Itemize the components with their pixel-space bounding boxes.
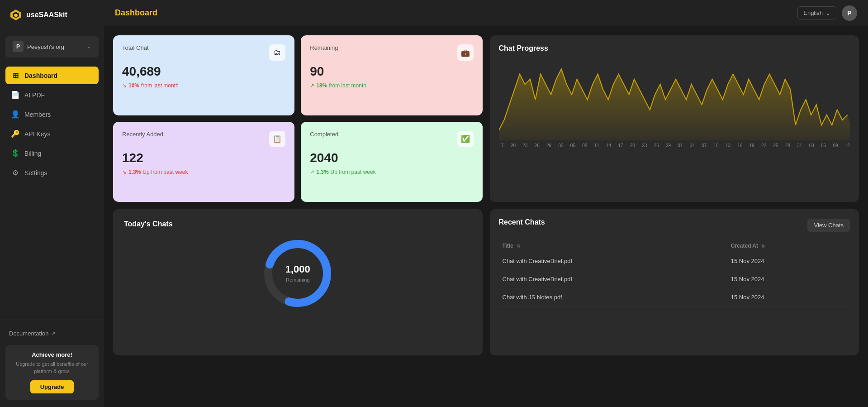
billing-icon: 💲 [11, 149, 20, 158]
stat-change: ↘ 10% from last month [122, 82, 285, 89]
sidebar-item-apikeys[interactable]: 🔑 API Keys [5, 125, 99, 143]
stat-value: 40,689 [122, 64, 285, 79]
content-area: Total Chat 🗂 40,689 ↘ 10% from last mont… [104, 26, 868, 407]
topbar: Dashboard English ⌄ P [104, 0, 868, 26]
chart-x-label: 10 [714, 143, 719, 148]
org-selector[interactable]: P Peeyush's org ⌄ [5, 36, 99, 57]
aipdf-icon: 📄 [11, 91, 20, 99]
chart-x-label: 23 [522, 143, 527, 148]
sort-icon[interactable]: ⇅ [761, 244, 765, 249]
upgrade-button[interactable]: Upgrade [30, 380, 74, 393]
chart-x-label: 13 [726, 143, 730, 148]
sidebar-item-aipdf[interactable]: 📄 AI PDF [5, 86, 99, 104]
stat-change-pct: 18% [316, 82, 327, 89]
sidebar-item-label: Settings [24, 169, 47, 177]
chart-x-labels: 1720232629020508111417202326290104071013… [499, 143, 850, 148]
stat-card-recently-added: Recently Added 📋 122 ↘ 1.3% Up from past… [113, 122, 294, 202]
table-row[interactable]: Chat with JS Notes.pdf 15 Nov 2024 [499, 288, 850, 306]
stat-card-total-chat: Total Chat 🗂 40,689 ↘ 10% from last mont… [113, 35, 294, 115]
stats-area: Total Chat 🗂 40,689 ↘ 10% from last mont… [113, 35, 483, 202]
nav-menu: ⊞ Dashboard 📄 AI PDF 👤 Members 🔑 API Key… [0, 63, 104, 320]
chart-x-label: 07 [702, 143, 707, 148]
stat-label: Recently Added [122, 131, 163, 138]
chart-x-label: 01 [678, 143, 683, 148]
chart-x-label: 29 [546, 143, 551, 148]
stat-value: 122 [122, 151, 285, 165]
stat-card-header: Completed ✅ [310, 131, 473, 147]
arrow-down-icon: ↘ [122, 82, 127, 89]
chat-created-at: 15 Nov 2024 [727, 252, 850, 270]
donut-value: 1,000 [285, 263, 310, 275]
stat-change: ↗ 18% from last month [310, 82, 473, 89]
chart-x-label: 20 [630, 143, 635, 148]
stat-card-completed: Completed ✅ 2040 ↗ 1.3% Up from past wee… [301, 122, 482, 202]
recent-chats-header: Recent Chats View Chats [499, 218, 850, 233]
sidebar-item-label: API Keys [24, 130, 51, 138]
stat-change-pct: 10% [128, 82, 139, 89]
sidebar-item-label: AI PDF [24, 91, 45, 99]
apikeys-icon: 🔑 [11, 129, 20, 138]
sidebar-item-members[interactable]: 👤 Members [5, 105, 99, 123]
stat-change-pct: 1.3% [128, 169, 141, 175]
chart-x-label: 20 [511, 143, 516, 148]
chat-archive-icon: 🗂 [269, 44, 285, 61]
stat-label: Completed [310, 131, 338, 138]
chart-x-label: 28 [785, 143, 790, 148]
settings-icon: ⚙ [11, 168, 20, 177]
chat-created-at: 15 Nov 2024 [727, 270, 850, 288]
chart-x-label: 08 [582, 143, 587, 148]
chart-x-label: 26 [654, 143, 659, 148]
chat-title: Chat with CreativeBrief.pdf [499, 252, 727, 270]
chart-progress-card: Chat Progress 17202326290205081114172023 [490, 35, 859, 202]
logo-text: useSAASkit [26, 11, 67, 19]
chart-x-label: 03 [809, 143, 814, 148]
sidebar-item-settings[interactable]: ⚙ Settings [5, 164, 99, 182]
chats-table: Title ⇅ Created At ⇅ Chat with CreativeB… [499, 240, 850, 306]
chart-x-label: 09 [833, 143, 838, 148]
chart-x-label: 22 [761, 143, 766, 148]
arrow-down-icon: ↘ [122, 169, 127, 175]
org-avatar: P [13, 41, 24, 52]
chart-x-label: 12 [845, 143, 850, 148]
topbar-right: English ⌄ P [797, 5, 857, 21]
sidebar-item-billing[interactable]: 💲 Billing [5, 144, 99, 162]
stat-card-remaining: Remaining 💼 90 ↗ 18% from last month [301, 35, 482, 115]
sort-icon[interactable]: ⇅ [517, 244, 520, 249]
briefcase-icon: 💼 [457, 44, 474, 61]
upgrade-card: Achieve more! Upgrade to get all benefit… [5, 345, 99, 400]
col-title: Title ⇅ [499, 240, 727, 252]
stat-change-text: Up from past week [142, 169, 188, 175]
chat-title: Chat with CreativeBrief.pdf [499, 270, 727, 288]
progress-chart [499, 59, 850, 140]
external-link-icon: ↗ [51, 330, 55, 336]
sidebar-item-dashboard[interactable]: ⊞ Dashboard [5, 67, 99, 84]
language-selector[interactable]: English ⌄ [797, 6, 836, 19]
documentation-link[interactable]: Documentation ↗ [5, 327, 99, 340]
members-icon: 👤 [11, 110, 20, 119]
language-label: English [803, 10, 823, 16]
sidebar-item-label: Billing [24, 150, 41, 157]
clipboard-icon: 📋 [269, 131, 285, 147]
user-avatar[interactable]: P [842, 5, 857, 21]
chart-x-label: 25 [773, 143, 778, 148]
logo: useSAASkit [0, 0, 104, 30]
chart-x-label: 16 [737, 143, 742, 148]
sidebar-item-label: Dashboard [24, 72, 57, 79]
upgrade-card-title: Achieve more! [12, 351, 92, 358]
chart-x-label: 06 [821, 143, 826, 148]
stat-card-header: Remaining 💼 [310, 44, 473, 61]
sidebar-item-label: Members [24, 111, 51, 118]
todays-chats-title: Today's Chats [124, 220, 173, 228]
stat-label: Total Chat [122, 44, 149, 51]
donut-label: 1,000 Remaining [285, 263, 310, 283]
chart-area [499, 59, 850, 140]
stat-change-text: Up from past week [331, 169, 376, 175]
donut-sub-label: Remaining [286, 277, 310, 283]
table-row[interactable]: Chat with CreativeBrief.pdf 15 Nov 2024 [499, 252, 850, 270]
chart-x-label: 26 [535, 143, 540, 148]
view-chats-button[interactable]: View Chats [807, 219, 850, 232]
recent-chats-title: Recent Chats [499, 218, 545, 226]
table-row[interactable]: Chat with CreativeBrief.pdf 15 Nov 2024 [499, 270, 850, 288]
stat-change-pct: 1.3% [316, 169, 328, 175]
chart-x-label: 23 [642, 143, 647, 148]
